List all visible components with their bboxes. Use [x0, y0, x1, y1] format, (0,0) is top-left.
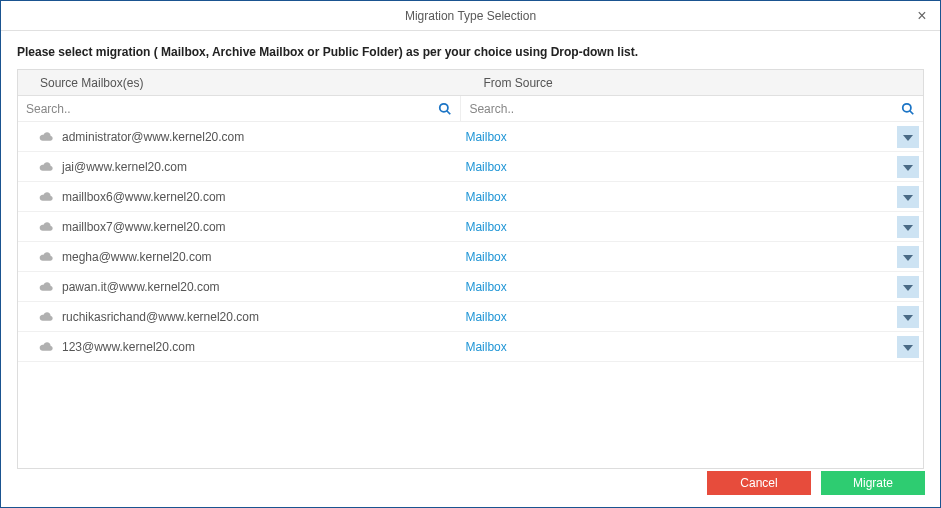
source-dropdown-button[interactable] [897, 186, 919, 208]
cloud-icon [38, 221, 54, 233]
mailbox-address: pawan.it@www.kernel20.com [62, 280, 220, 294]
table-row: maillbox7@www.kernel20.comMailbox [18, 212, 923, 242]
mailbox-cell: 123@www.kernel20.com [18, 340, 461, 354]
source-dropdown-button[interactable] [897, 336, 919, 358]
chevron-down-icon [903, 190, 913, 204]
chevron-down-icon [903, 310, 913, 324]
source-value: Mailbox [465, 250, 506, 264]
mailbox-address: jai@www.kernel20.com [62, 160, 187, 174]
from-source-cell: Mailbox [461, 276, 923, 298]
search-input-source[interactable] [461, 98, 923, 120]
source-value: Mailbox [465, 220, 506, 234]
mailbox-address: megha@www.kernel20.com [62, 250, 212, 264]
cancel-button[interactable]: Cancel [707, 471, 811, 495]
source-dropdown-button[interactable] [897, 216, 919, 238]
source-dropdown-button[interactable] [897, 246, 919, 268]
migration-table: Source Mailbox(es) From Source administr… [17, 69, 924, 469]
search-input-mailbox[interactable] [18, 98, 460, 120]
cloud-icon [38, 131, 54, 143]
mailbox-address: 123@www.kernel20.com [62, 340, 195, 354]
svg-line-3 [910, 110, 914, 114]
search-from-source [461, 96, 923, 121]
table-row: megha@www.kernel20.comMailbox [18, 242, 923, 272]
mailbox-cell: megha@www.kernel20.com [18, 250, 461, 264]
mailbox-address: maillbox7@www.kernel20.com [62, 220, 226, 234]
table-row: jai@www.kernel20.comMailbox [18, 152, 923, 182]
table-row: maillbox6@www.kernel20.comMailbox [18, 182, 923, 212]
chevron-down-icon [903, 130, 913, 144]
cloud-icon [38, 161, 54, 173]
mailbox-address: ruchikasrichand@www.kernel20.com [62, 310, 259, 324]
titlebar: Migration Type Selection × [1, 1, 940, 31]
svg-point-0 [440, 103, 448, 111]
from-source-cell: Mailbox [461, 216, 923, 238]
source-value: Mailbox [465, 190, 506, 204]
from-source-cell: Mailbox [461, 306, 923, 328]
header-from-source: From Source [461, 76, 923, 90]
source-value: Mailbox [465, 160, 506, 174]
source-value: Mailbox [465, 310, 506, 324]
mailbox-address: administrator@www.kernel20.com [62, 130, 244, 144]
search-icon[interactable] [901, 102, 915, 116]
chevron-down-icon [903, 160, 913, 174]
mailbox-cell: ruchikasrichand@www.kernel20.com [18, 310, 461, 324]
header-source-mailbox: Source Mailbox(es) [18, 76, 461, 90]
table-row: pawan.it@www.kernel20.comMailbox [18, 272, 923, 302]
mailbox-cell: maillbox7@www.kernel20.com [18, 220, 461, 234]
table-header: Source Mailbox(es) From Source [18, 70, 923, 96]
cloud-icon [38, 191, 54, 203]
from-source-cell: Mailbox [461, 336, 923, 358]
svg-point-2 [903, 103, 911, 111]
mailbox-cell: jai@www.kernel20.com [18, 160, 461, 174]
cloud-icon [38, 251, 54, 263]
source-value: Mailbox [465, 340, 506, 354]
table-row: ruchikasrichand@www.kernel20.comMailbox [18, 302, 923, 332]
source-dropdown-button[interactable] [897, 126, 919, 148]
footer-buttons: Cancel Migrate [707, 471, 925, 495]
mailbox-cell: pawan.it@www.kernel20.com [18, 280, 461, 294]
source-dropdown-button[interactable] [897, 306, 919, 328]
from-source-cell: Mailbox [461, 186, 923, 208]
chevron-down-icon [903, 280, 913, 294]
table-row: 123@www.kernel20.comMailbox [18, 332, 923, 362]
window-title: Migration Type Selection [405, 9, 536, 23]
chevron-down-icon [903, 250, 913, 264]
chevron-down-icon [903, 220, 913, 234]
mailbox-cell: administrator@www.kernel20.com [18, 130, 461, 144]
cloud-icon [38, 341, 54, 353]
source-value: Mailbox [465, 280, 506, 294]
search-source-mailbox [18, 96, 461, 121]
source-value: Mailbox [465, 130, 506, 144]
table-row: administrator@www.kernel20.comMailbox [18, 122, 923, 152]
close-button[interactable]: × [912, 6, 932, 26]
table-body: administrator@www.kernel20.comMailboxjai… [18, 122, 923, 468]
migrate-button[interactable]: Migrate [821, 471, 925, 495]
search-row [18, 96, 923, 122]
from-source-cell: Mailbox [461, 126, 923, 148]
cloud-icon [38, 311, 54, 323]
source-dropdown-button[interactable] [897, 276, 919, 298]
instruction-text: Please select migration ( Mailbox, Archi… [1, 31, 940, 69]
from-source-cell: Mailbox [461, 156, 923, 178]
mailbox-cell: maillbox6@www.kernel20.com [18, 190, 461, 204]
mailbox-address: maillbox6@www.kernel20.com [62, 190, 226, 204]
search-icon[interactable] [438, 102, 452, 116]
svg-line-1 [447, 110, 451, 114]
chevron-down-icon [903, 340, 913, 354]
cloud-icon [38, 281, 54, 293]
close-icon: × [917, 7, 926, 25]
from-source-cell: Mailbox [461, 246, 923, 268]
source-dropdown-button[interactable] [897, 156, 919, 178]
